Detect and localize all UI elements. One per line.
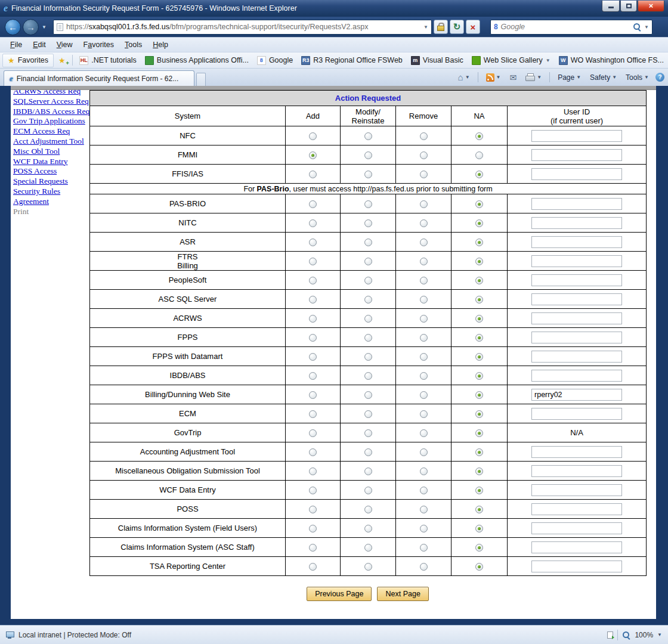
history-chevron-icon[interactable]: ▼	[41, 24, 48, 30]
radio-modify[interactable]	[364, 239, 372, 246]
favorites-bar-item[interactable]: R3R3 Regional Office FSWeb	[297, 54, 407, 67]
favorites-button[interactable]: ★ Favorites	[2, 54, 54, 67]
radio-remove[interactable]	[420, 200, 428, 208]
close-button[interactable]: ×	[638, 1, 664, 12]
tab-financial-form[interactable]: e Financial Information Security Request…	[4, 70, 194, 86]
radio-remove[interactable]	[420, 239, 428, 246]
radio-modify[interactable]	[364, 429, 372, 437]
radio-add[interactable]	[309, 315, 317, 323]
radio-na[interactable]	[475, 334, 483, 342]
radio-na[interactable]	[475, 506, 483, 513]
search-input[interactable]: 8 Google ▼	[490, 20, 652, 35]
radio-modify[interactable]	[364, 372, 372, 380]
add-favorite-button[interactable]: ★ +	[55, 55, 69, 66]
user-id-input[interactable]	[531, 446, 622, 458]
radio-na[interactable]	[475, 219, 483, 227]
radio-na[interactable]	[475, 487, 483, 494]
user-id-input[interactable]	[531, 168, 622, 180]
favorites-bar-item[interactable]: 8Google	[253, 54, 297, 67]
radio-add[interactable]	[309, 372, 317, 380]
radio-na[interactable]	[475, 296, 483, 304]
user-id-input[interactable]	[531, 274, 622, 286]
radio-remove[interactable]	[420, 487, 428, 494]
feeds-button[interactable]: ▼	[484, 72, 503, 83]
radio-add[interactable]	[309, 171, 317, 178]
menu-file[interactable]: File	[5, 39, 27, 51]
maximize-button[interactable]	[620, 1, 637, 12]
radio-modify[interactable]	[364, 525, 372, 532]
menu-help[interactable]: Help	[147, 39, 174, 51]
radio-modify[interactable]	[364, 467, 372, 475]
sidebar-link[interactable]: Special Requests	[13, 177, 68, 185]
sidebar-link[interactable]: SQLServer Access Req	[13, 97, 89, 106]
radio-remove[interactable]	[420, 506, 428, 513]
radio-remove[interactable]	[420, 372, 428, 380]
user-id-input[interactable]	[531, 255, 622, 267]
radio-add[interactable]	[309, 200, 317, 208]
radio-na[interactable]	[475, 372, 483, 380]
read-mail-button[interactable]: ✉	[508, 72, 519, 83]
user-id-input[interactable]	[531, 541, 622, 553]
sidebar-link[interactable]: IBDB/ABS Access Req	[13, 107, 89, 116]
sidebar-link[interactable]: ECM Access Req	[13, 126, 70, 135]
radio-modify[interactable]	[364, 487, 372, 494]
radio-add[interactable]	[309, 239, 317, 246]
radio-add[interactable]	[309, 277, 317, 284]
user-id-input[interactable]	[531, 389, 622, 401]
safety-menu-button[interactable]: Safety ▼	[587, 72, 619, 83]
sidebar-link[interactable]: Agreement	[13, 197, 49, 206]
radio-add[interactable]	[309, 391, 317, 399]
user-id-input[interactable]	[531, 484, 622, 496]
previous-page-button[interactable]: Previous Page	[307, 587, 372, 601]
radio-modify[interactable]	[364, 506, 372, 513]
sidebar-link[interactable]: ACRWS Access Req	[13, 90, 81, 95]
radio-add[interactable]	[309, 219, 317, 227]
menu-view[interactable]: View	[51, 39, 78, 51]
home-button[interactable]: ⌂ ▼	[456, 71, 472, 83]
user-id-input[interactable]	[531, 293, 622, 305]
zoom-level[interactable]: 100%	[635, 631, 653, 639]
radio-add[interactable]	[309, 448, 317, 456]
print-button[interactable]: ▼	[523, 72, 544, 82]
menu-favorites[interactable]: Favorites	[78, 39, 119, 51]
radio-na[interactable]	[475, 315, 483, 323]
radio-na[interactable]	[475, 151, 483, 159]
favorites-bar-item[interactable]: Business Applications Offi...	[141, 54, 253, 67]
favorites-bar-item[interactable]: WWO Washington Office FS...	[555, 54, 668, 67]
user-id-input[interactable]	[531, 149, 622, 161]
favorites-bar-item[interactable]: Web Slice Gallery▼	[468, 54, 555, 67]
sidebar-link[interactable]: POSS Access	[13, 166, 57, 175]
radio-add[interactable]	[309, 467, 317, 475]
search-icon[interactable]	[633, 23, 641, 31]
radio-remove[interactable]	[420, 258, 428, 265]
radio-na[interactable]	[475, 171, 483, 178]
user-id-input[interactable]	[531, 198, 622, 210]
security-lock-button[interactable]	[434, 20, 448, 34]
radio-add[interactable]	[309, 353, 317, 361]
radio-remove[interactable]	[420, 334, 428, 342]
radio-remove[interactable]	[420, 132, 428, 140]
user-id-input[interactable]	[531, 312, 622, 324]
radio-add[interactable]	[309, 410, 317, 418]
radio-modify[interactable]	[364, 219, 372, 227]
radio-add[interactable]	[309, 525, 317, 532]
radio-remove[interactable]	[420, 429, 428, 437]
radio-na[interactable]	[475, 525, 483, 532]
radio-add[interactable]	[309, 429, 317, 437]
radio-remove[interactable]	[420, 410, 428, 418]
favorites-bar-item[interactable]: HL.NET tutorials	[75, 54, 141, 67]
radio-remove[interactable]	[420, 315, 428, 323]
new-tab-button[interactable]	[196, 73, 206, 86]
zoom-dropdown-icon[interactable]: ▼	[657, 632, 662, 637]
refresh-button[interactable]: ↻	[450, 20, 464, 34]
radio-add[interactable]	[309, 296, 317, 304]
radio-add[interactable]	[309, 334, 317, 342]
user-id-input[interactable]	[531, 217, 622, 229]
radio-modify[interactable]	[364, 277, 372, 284]
radio-modify[interactable]	[364, 258, 372, 265]
user-id-input[interactable]	[531, 236, 622, 248]
user-id-input[interactable]	[531, 332, 622, 343]
radio-remove[interactable]	[420, 525, 428, 532]
radio-add[interactable]	[309, 258, 317, 265]
radio-modify[interactable]	[364, 353, 372, 361]
